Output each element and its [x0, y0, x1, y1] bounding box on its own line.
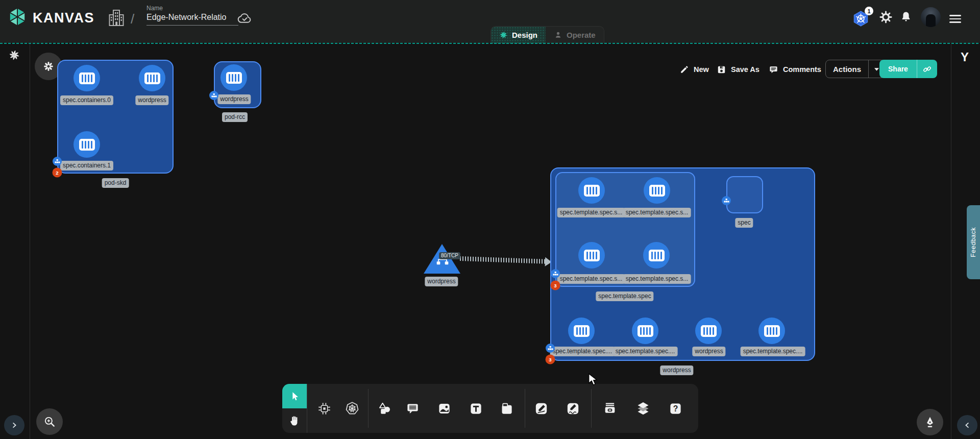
pod-group-badge[interactable] [546, 344, 555, 353]
error-count-badge[interactable]: 3 [546, 355, 555, 364]
tab-operate-label: Operate [567, 31, 596, 39]
tab-operate[interactable]: Operate [546, 27, 604, 43]
pod-icon [55, 159, 60, 164]
cluster-label: pod-rcc [222, 112, 248, 122]
breadcrumb-divider: / [131, 11, 134, 27]
container-node[interactable] [74, 131, 100, 158]
zoom-button[interactable] [36, 408, 63, 435]
feedback-tab[interactable]: Feedback [967, 205, 980, 279]
copy-link-button[interactable] [917, 60, 937, 78]
container-node[interactable] [758, 318, 785, 344]
share-label[interactable]: Share [879, 60, 917, 78]
pod-icon [724, 198, 729, 203]
actions-label[interactable]: Actions [826, 60, 868, 78]
container-icon [79, 139, 95, 151]
node-label: wordpress [425, 277, 458, 286]
design-spiral-icon [499, 31, 508, 39]
layers-tool-button[interactable] [632, 397, 654, 420]
pencil-squiggle-icon [566, 402, 580, 416]
image-icon [437, 402, 451, 416]
expand-right-panel-button[interactable] [957, 415, 977, 435]
container-node[interactable] [139, 65, 165, 91]
new-button[interactable]: New [679, 61, 709, 78]
toolbar-divider [368, 389, 369, 428]
component-shape-tool-button[interactable] [313, 397, 335, 420]
design-name-input[interactable] [146, 12, 238, 26]
spec-node[interactable] [726, 176, 763, 213]
node-label: spec.containers.1 [60, 161, 113, 170]
canvas-top-border [0, 43, 980, 44]
service-edge[interactable] [460, 256, 546, 264]
shapes-icon [378, 402, 391, 416]
pod-group-badge[interactable] [53, 157, 62, 166]
user-avatar[interactable] [921, 7, 941, 27]
error-count-badge[interactable]: 2 [53, 168, 62, 178]
pen-nib-icon [923, 416, 937, 429]
save-status-cloud-icon[interactable] [236, 10, 253, 28]
container-node[interactable] [578, 177, 605, 204]
operate-person-icon [554, 31, 562, 39]
comment-tool-button[interactable] [401, 397, 424, 420]
text-tool-button[interactable] [464, 397, 487, 420]
cursor-icon [289, 391, 300, 402]
container-node[interactable] [578, 242, 605, 269]
pod-template-cluster[interactable] [555, 172, 695, 287]
node-label: spec.template.spec.... [550, 347, 615, 356]
pod-group-badge[interactable] [551, 269, 560, 278]
tab-design[interactable]: Design [491, 27, 546, 43]
expand-left-panel-button[interactable] [4, 415, 24, 435]
node-label: spec.template.spec.... [613, 347, 678, 356]
image-tool-button[interactable] [433, 397, 455, 420]
save-as-button[interactable]: Save As [717, 61, 760, 78]
sidebar-spiral-icon[interactable] [8, 49, 20, 63]
circuit-icon [317, 402, 331, 416]
error-count-badge[interactable]: 3 [551, 281, 560, 290]
share-button[interactable]: Share [879, 60, 937, 78]
kanvas-logo-icon [7, 6, 28, 30]
help-tool-button[interactable]: ? [664, 397, 687, 420]
node-label: wordpress [692, 347, 725, 356]
save-icon [717, 65, 726, 75]
comment-icon [769, 65, 778, 75]
notifications-bell-icon[interactable] [899, 10, 913, 23]
toolbar-divider [307, 384, 307, 433]
edge-port-label: 80/TCP [439, 252, 460, 259]
actions-button[interactable]: Actions [825, 60, 885, 78]
pod-group-badge[interactable] [209, 91, 218, 100]
container-icon [701, 325, 717, 337]
select-tool-button[interactable] [282, 384, 307, 408]
comments-button[interactable]: Comments [769, 61, 821, 78]
mode-tabs: Design Operate [491, 26, 604, 43]
container-icon [649, 250, 665, 261]
edge-pen-tool-button[interactable] [530, 397, 552, 420]
new-label: New [694, 65, 709, 74]
container-node[interactable] [695, 318, 722, 344]
shapes-tool-button[interactable] [373, 397, 396, 420]
container-node[interactable] [632, 318, 658, 344]
pencil-icon [679, 65, 689, 75]
container-node[interactable] [568, 318, 595, 344]
container-node[interactable] [644, 177, 670, 204]
settings-gear-icon[interactable] [879, 10, 893, 24]
zoom-in-icon [43, 415, 56, 428]
node-label: spec.template.spec.... [741, 347, 805, 356]
design-pen-button[interactable] [917, 409, 943, 435]
container-icon [144, 72, 160, 84]
organization-icon[interactable] [107, 8, 126, 30]
pan-tool-button[interactable] [282, 408, 307, 433]
note-tool-button[interactable] [495, 397, 518, 420]
container-icon [226, 72, 242, 84]
container-node[interactable] [74, 65, 100, 91]
freehand-tool-button[interactable] [561, 397, 584, 420]
container-node[interactable] [220, 64, 247, 91]
right-panel-divider [951, 44, 951, 439]
container-node[interactable] [643, 242, 670, 269]
y-panel-icon[interactable]: Y [961, 50, 969, 64]
brand: KANVAS [7, 6, 94, 30]
kubernetes-tool-button[interactable] [341, 397, 363, 420]
node-label: wordpress [217, 94, 251, 104]
menu-hamburger-icon[interactable] [949, 13, 961, 25]
drawer-tool-button[interactable] [599, 397, 621, 420]
pod-group-badge[interactable] [722, 196, 731, 205]
design-name-field: Name [146, 5, 238, 26]
